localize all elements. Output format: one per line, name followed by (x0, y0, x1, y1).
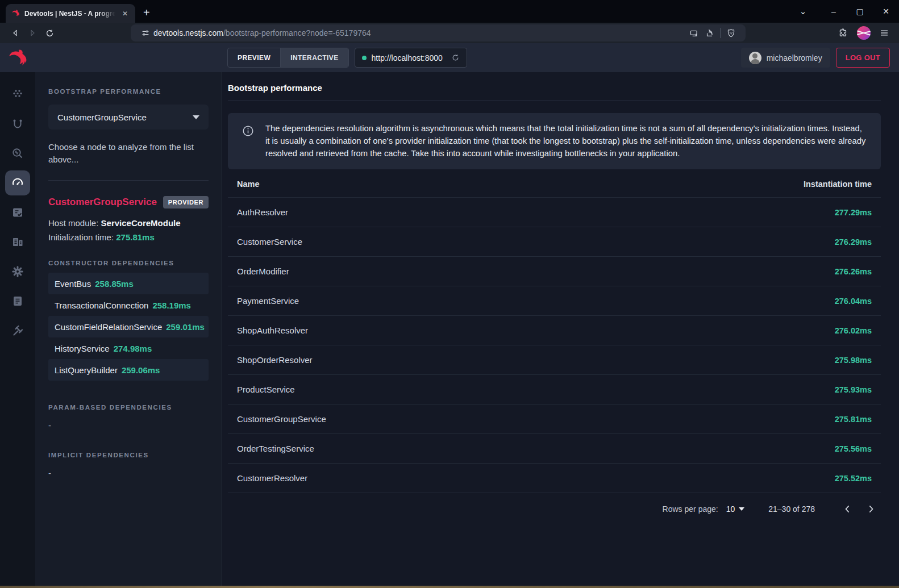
back-button[interactable] (7, 24, 24, 41)
nav-graph-icon[interactable] (5, 82, 30, 107)
info-icon (242, 124, 255, 160)
site-settings-icon[interactable] (138, 26, 153, 40)
nav-modules-icon[interactable] (5, 230, 30, 255)
nav-docs-icon[interactable] (5, 289, 30, 314)
caret-down-icon (739, 507, 744, 511)
dependency-item[interactable]: HistoryService 274.98ms (48, 337, 209, 359)
prev-page-button[interactable] (838, 499, 857, 519)
table-row[interactable]: ShopOrderResolver 275.98ms (228, 345, 881, 375)
tab-close-icon[interactable]: ✕ (120, 9, 130, 19)
column-header-name: Name (228, 170, 589, 198)
interactive-tab[interactable]: INTERACTIVE (280, 48, 348, 67)
target-url-chip[interactable]: http://localhost:8000 (355, 48, 467, 68)
param-deps-empty: - (48, 420, 209, 430)
app-header: PREVIEW INTERACTIVE http://localhost:800… (0, 43, 899, 72)
nav-settings-icon[interactable] (5, 259, 30, 284)
close-window-button[interactable]: ✕ (873, 7, 899, 16)
nav-gavel-icon[interactable] (5, 318, 30, 343)
dependency-item[interactable]: CustomFieldRelationService 259.01ms (48, 316, 209, 337)
browser-profile-avatar[interactable] (857, 26, 871, 40)
init-time-value: 275.81ms (116, 232, 155, 242)
table-row[interactable]: CustomerGroupService 275.81ms (228, 404, 881, 434)
preview-tab[interactable]: PREVIEW (228, 48, 280, 67)
username: michaelbromley (767, 53, 822, 62)
dependency-item[interactable]: ListQueryBuilder 259.06ms (48, 359, 209, 381)
constructor-deps-list: EventBus 258.85ms TransactionalConnectio… (48, 273, 209, 381)
row-time: 275.56ms (589, 434, 881, 464)
instantiation-table: Name Instantiation time AuthResolver 277… (228, 170, 881, 493)
table-row[interactable]: CustomerService 276.29ms (228, 227, 881, 257)
nav-routes-icon[interactable] (5, 111, 30, 136)
info-callout: The dependencies resolution algorithm is… (228, 113, 881, 169)
reload-button[interactable] (41, 24, 58, 41)
row-name: CustomerResolver (228, 464, 589, 493)
screen: { "browser": { "tab_title": "Devtools | … (0, 0, 899, 588)
desktop-edge (0, 586, 899, 588)
row-name: ShopAuthResolver (228, 316, 589, 345)
minimize-button[interactable]: – (821, 7, 847, 16)
host-module-value: ServiceCoreModule (101, 218, 181, 228)
row-time: 276.04ms (589, 286, 881, 316)
browser-tab[interactable]: Devtools | NestJS - A progressive ✕ (6, 4, 135, 23)
send-to-device-icon[interactable] (686, 26, 702, 40)
table-row[interactable]: AuthResolver 277.29ms (228, 198, 881, 227)
target-url: http://localhost:8000 (372, 53, 443, 62)
row-name: AuthResolver (228, 198, 589, 227)
tab-title: Devtools | NestJS - A progressive (24, 10, 115, 18)
share-icon[interactable] (702, 26, 718, 40)
nav-audit-icon[interactable] (5, 200, 30, 225)
row-name: CustomerGroupService (228, 404, 589, 434)
node-select-value: CustomerGroupService (57, 112, 147, 122)
browser-menu-icon[interactable] (876, 26, 892, 40)
nestjs-favicon-icon (11, 9, 20, 18)
nav-inspector-icon[interactable] (5, 141, 30, 166)
divider (48, 180, 209, 181)
row-time: 277.29ms (589, 198, 881, 227)
chevron-down-icon (193, 115, 199, 119)
mode-toggle: PREVIEW INTERACTIVE (227, 48, 349, 68)
provider-badge: PROVIDER (163, 196, 209, 208)
node-select[interactable]: CustomerGroupService (48, 105, 209, 130)
row-name: OrderModifier (228, 257, 589, 286)
table-row[interactable]: PaymentService 276.04ms (228, 286, 881, 316)
table-row[interactable]: ProductService 275.93ms (228, 375, 881, 404)
forward-button[interactable] (24, 24, 41, 41)
url-path: /bootstrap-performance?node=-65179764 (223, 28, 371, 37)
implicit-deps-empty: - (48, 468, 209, 478)
table-row[interactable]: CustomerResolver 275.52ms (228, 464, 881, 493)
browser-tabstrip: Devtools | NestJS - A progressive ✕ + ⌄ … (0, 0, 899, 23)
table-row[interactable]: ShopAuthResolver 276.02ms (228, 316, 881, 345)
dependency-item[interactable]: EventBus 258.85ms (48, 273, 209, 294)
host-module-line: Host module: ServiceCoreModule (48, 218, 209, 228)
row-time: 275.93ms (589, 375, 881, 404)
row-time: 275.81ms (589, 404, 881, 434)
url-bar[interactable]: devtools.nestjs.com/bootstrap-performanc… (131, 24, 746, 41)
info-text: The dependencies resolution algorithm is… (265, 123, 867, 160)
nav-bootstrap-performance-icon[interactable] (5, 170, 30, 195)
row-time: 275.52ms (589, 464, 881, 493)
row-time: 276.02ms (589, 316, 881, 345)
target-refresh-icon[interactable] (451, 53, 460, 62)
constructor-deps-heading: CONSTRUCTOR DEPENDENCIES (48, 260, 209, 266)
rows-per-page-label: Rows per page: (663, 504, 718, 514)
tab-search-icon[interactable]: ⌄ (790, 6, 816, 16)
page-range: 21–30 of 278 (768, 504, 815, 514)
brave-shields-icon[interactable] (723, 26, 739, 40)
dependency-item[interactable]: TransactionalConnection 258.19ms (48, 294, 209, 316)
table-row[interactable]: OrderTestingService 275.56ms (228, 434, 881, 464)
browser-toolbar: devtools.nestjs.com/bootstrap-performanc… (0, 23, 899, 43)
panel-heading: BOOTSTRAP PERFORMANCE (48, 88, 209, 95)
extensions-icon[interactable] (835, 26, 851, 40)
init-time-line: Initialization time: 275.81ms (48, 232, 209, 242)
table-row[interactable]: OrderModifier 276.26ms (228, 257, 881, 286)
nestjs-logo[interactable] (0, 43, 35, 72)
param-deps-heading: PARAM-BASED DEPENDENCIES (48, 404, 209, 411)
next-page-button[interactable] (861, 499, 881, 519)
logout-button[interactable]: LOG OUT (836, 48, 890, 68)
analysis-panel: BOOTSTRAP PERFORMANCE CustomerGroupServi… (35, 72, 222, 588)
new-tab-button[interactable]: + (143, 6, 150, 19)
rows-per-page-select[interactable]: 10 (726, 504, 745, 514)
connection-status-dot (362, 56, 367, 60)
user-chip[interactable]: michaelbromley (741, 48, 830, 68)
maximize-button[interactable]: ▢ (847, 7, 873, 16)
